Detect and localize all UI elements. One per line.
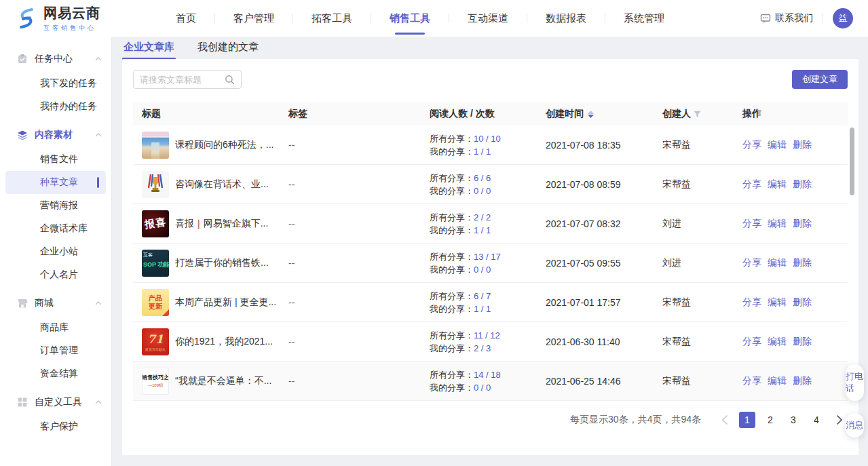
all-share-count[interactable]: 14 / 18 xyxy=(474,370,501,380)
sidebar-item-2-2[interactable]: 资金结算 xyxy=(5,362,106,385)
article-operations: 分享编辑删除 xyxy=(742,375,848,387)
sidebar-item-0-1[interactable]: 我待办的任务 xyxy=(5,95,106,118)
article-thumbnail[interactable]: 报喜 xyxy=(142,210,169,237)
delete-link[interactable]: 删除 xyxy=(793,178,812,191)
article-thumbnail[interactable] xyxy=(142,171,169,198)
article-creator: 宋帮益 xyxy=(662,296,742,309)
share-link[interactable]: 分享 xyxy=(742,336,761,348)
sidebar-item-2-0[interactable]: 商品库 xyxy=(5,316,106,339)
article-title[interactable]: 本周产品更新 | 更全更... xyxy=(175,296,276,309)
search-icon[interactable] xyxy=(225,75,235,85)
sidebar-group-0[interactable]: 任务中心 xyxy=(0,46,111,72)
article-thumbnail[interactable]: 71建党百年献礼 xyxy=(142,328,169,355)
header-creator[interactable]: 创建人 xyxy=(662,108,742,120)
all-share-count[interactable]: 11 / 12 xyxy=(474,330,500,341)
sidebar-group-1[interactable]: 内容素材 xyxy=(0,122,111,148)
article-thumbnail[interactable] xyxy=(142,132,169,159)
article-title[interactable]: 咨询像在背话术、业... xyxy=(175,178,269,191)
delete-link[interactable]: 删除 xyxy=(793,139,812,151)
sidebar-group-3[interactable]: 自定义工具 xyxy=(0,389,111,415)
table-scrollbar[interactable] xyxy=(850,128,854,195)
nav-item-0[interactable]: 首页 xyxy=(157,0,214,37)
filter-icon[interactable] xyxy=(694,111,701,118)
article-title[interactable]: “我就是不会逼单：不... xyxy=(175,375,271,387)
page-button-2[interactable]: 2 xyxy=(762,412,778,428)
my-share-count[interactable]: 0 / 0 xyxy=(474,186,491,196)
edit-link[interactable]: 编辑 xyxy=(768,257,787,269)
all-share-count[interactable]: 10 / 10 xyxy=(474,134,501,144)
share-link[interactable]: 分享 xyxy=(742,257,761,269)
article-operations: 分享编辑删除 xyxy=(742,257,848,269)
article-thumbnail[interactable]: 互客SOP 功能 xyxy=(142,250,169,277)
article-reads: 所有分享：6 / 7我的分享：1 / 1 xyxy=(430,290,546,315)
my-share-count[interactable]: 1 / 1 xyxy=(474,225,491,235)
my-share-count[interactable]: 1 / 1 xyxy=(474,147,491,157)
article-creator: 宋帮益 xyxy=(662,375,742,387)
tab-my-articles[interactable]: 我创建的文章 xyxy=(197,41,259,60)
header-create-time[interactable]: 创建时间 xyxy=(546,108,662,120)
all-share-count[interactable]: 6 / 7 xyxy=(474,291,491,301)
share-link[interactable]: 分享 xyxy=(742,375,761,387)
sidebar-item-1-3[interactable]: 企微话术库 xyxy=(5,217,106,240)
share-link[interactable]: 分享 xyxy=(742,218,761,230)
all-share-count[interactable]: 6 / 6 xyxy=(474,173,491,183)
nav-item-6[interactable]: 系统管理 xyxy=(605,0,683,37)
user-avatar[interactable]: 益 xyxy=(833,8,853,28)
nav-item-1[interactable]: 客户管理 xyxy=(215,0,293,37)
article-thumbnail[interactable]: 产品更新 xyxy=(142,289,169,316)
create-article-button[interactable]: 创建文章 xyxy=(792,70,848,89)
tab-enterprise-articles[interactable]: 企业文章库 xyxy=(124,41,174,60)
my-share-count[interactable]: 0 / 0 xyxy=(474,265,491,275)
sidebar-item-2-1[interactable]: 订单管理 xyxy=(5,339,106,362)
edit-link[interactable]: 编辑 xyxy=(768,296,787,309)
nav-item-4[interactable]: 互动渠道 xyxy=(449,0,527,37)
page-button-3[interactable]: 3 xyxy=(785,412,801,428)
sidebar-item-1-1[interactable]: 种草文章 xyxy=(5,171,106,194)
call-phone-button[interactable]: 打电话 xyxy=(846,364,864,401)
sidebar-group-label: 任务中心 xyxy=(35,53,95,65)
article-title[interactable]: 打造属于你的销售铁... xyxy=(175,257,269,269)
brand-logo[interactable]: 网易云商 互客销售中心 xyxy=(0,4,157,33)
article-title[interactable]: 喜报｜网易智企旗下... xyxy=(175,218,268,230)
delete-link[interactable]: 删除 xyxy=(793,375,812,387)
sidebar-item-1-5[interactable]: 个人名片 xyxy=(5,263,106,286)
nav-item-3[interactable]: 销售工具 xyxy=(371,0,449,37)
article-title[interactable]: 课程顾问的6种死法，... xyxy=(175,139,273,151)
sidebar-item-1-0[interactable]: 销售文件 xyxy=(5,148,106,171)
sort-icon[interactable] xyxy=(588,111,594,118)
search-input[interactable] xyxy=(140,75,225,85)
page-button-1[interactable]: 1 xyxy=(739,412,755,428)
prev-page-button[interactable] xyxy=(716,412,732,428)
delete-link[interactable]: 删除 xyxy=(793,257,812,269)
delete-link[interactable]: 删除 xyxy=(793,336,812,348)
edit-link[interactable]: 编辑 xyxy=(768,218,787,230)
search-box[interactable] xyxy=(133,70,242,89)
all-share-count[interactable]: 13 / 17 xyxy=(474,252,501,262)
share-link[interactable]: 分享 xyxy=(742,139,761,151)
sidebar-group-2[interactable]: 商城 xyxy=(0,290,111,316)
share-link[interactable]: 分享 xyxy=(742,296,761,309)
article-thumbnail[interactable]: 销售技巧之—100招 xyxy=(142,368,169,395)
contact-us-button[interactable]: 联系我们 xyxy=(760,12,813,24)
my-share-count[interactable]: 2 / 3 xyxy=(474,343,491,353)
edit-link[interactable]: 编辑 xyxy=(768,336,787,348)
sidebar-item-3-0[interactable]: 客户保护 xyxy=(5,415,106,438)
edit-link[interactable]: 编辑 xyxy=(768,178,787,191)
edit-link[interactable]: 编辑 xyxy=(768,139,787,151)
my-share-count[interactable]: 1 / 1 xyxy=(474,304,491,314)
all-share-count[interactable]: 2 / 2 xyxy=(474,212,491,222)
delete-link[interactable]: 删除 xyxy=(793,296,812,309)
message-button[interactable]: 消息 xyxy=(846,413,864,438)
sidebar-item-1-4[interactable]: 企业小站 xyxy=(5,240,106,263)
my-share-count[interactable]: 0 / 0 xyxy=(474,383,491,393)
article-tag: -- xyxy=(288,336,430,347)
sidebar-item-1-2[interactable]: 营销海报 xyxy=(5,194,106,217)
delete-link[interactable]: 删除 xyxy=(793,218,812,230)
nav-item-2[interactable]: 拓客工具 xyxy=(293,0,371,37)
page-button-4[interactable]: 4 xyxy=(808,412,825,428)
article-title[interactable]: 你的1921，我的2021... xyxy=(175,336,273,348)
share-link[interactable]: 分享 xyxy=(742,178,761,191)
nav-item-5[interactable]: 数据报表 xyxy=(527,0,605,37)
sidebar-item-0-0[interactable]: 我下发的任务 xyxy=(5,72,106,95)
edit-link[interactable]: 编辑 xyxy=(768,375,787,387)
